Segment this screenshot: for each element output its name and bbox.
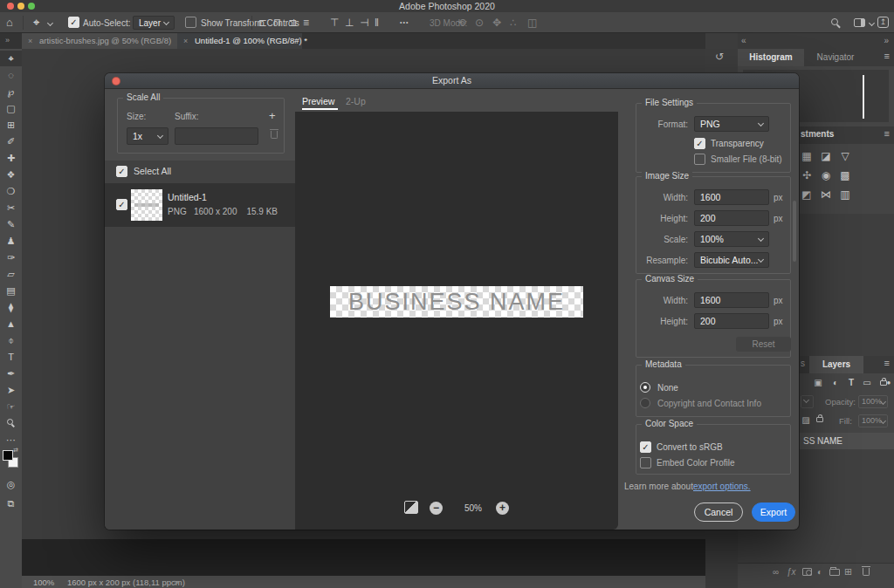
marquee-tool[interactable]: ◌ [0,67,22,83]
type-tool[interactable]: T [0,349,22,365]
lock-all-icon[interactable] [816,417,823,422]
file-item-checkbox[interactable]: ✓ [116,199,127,210]
zoom-in-button[interactable]: + [496,502,509,515]
filter-pixel-layers-icon[interactable]: ▣ [811,376,825,390]
frame-tool[interactable]: ❍ [0,183,22,199]
image-width-input[interactable] [694,189,769,205]
edit-toolbar-button[interactable]: ⋯ [0,432,22,448]
distribute-v-icon[interactable]: ‖ [375,17,379,28]
swap-colors-icon[interactable]: ⇄ [13,447,18,454]
search-icon[interactable] [831,18,838,25]
fill-value-dropdown[interactable]: 100% [858,414,888,427]
align-center-h-icon[interactable]: ⊓ [273,17,281,28]
tab-2-up[interactable]: 2-Up [346,96,366,106]
transparency-checkbox[interactable]: ✓ [694,138,705,149]
panel-menu-icon[interactable]: ≡ [884,358,890,368]
lasso-tool[interactable]: ℘ [0,84,22,99]
format-dropdown[interactable]: PNG [694,116,769,132]
align-left-icon[interactable]: ⊏ [258,17,267,28]
toolbar-collapse-icon[interactable]: » [5,36,10,44]
move-tool-icon[interactable]: ⌖ [33,17,39,28]
align-middle-icon[interactable]: ⊥ [345,17,354,28]
share-icon[interactable]: ↥ [877,17,889,28]
metadata-none-radio[interactable] [640,382,650,393]
filter-shape-layers-icon[interactable]: ▭ [860,376,874,390]
close-tab-icon[interactable]: × [183,33,188,49]
gradient-tool[interactable]: ▤ [0,283,22,298]
auto-select-checkbox[interactable]: ✓ [68,17,79,28]
sharpen-tool[interactable]: ▲ [0,316,22,332]
path-selection-tool[interactable]: ➤ [0,382,22,398]
blend-mode-dropdown-partial[interactable] [801,395,814,408]
blur-tool[interactable]: ⧫ [0,299,22,315]
foreground-color-swatch[interactable] [3,450,13,461]
resample-dropdown[interactable]: Bicubic Auto... [694,252,769,268]
export-options-link[interactable]: export options. [693,482,751,491]
adjustment-gradient-map-icon[interactable]: ◩ [800,188,814,202]
chevron-down-icon[interactable] [869,20,875,26]
adjustment-channel-mixer-icon[interactable]: ▩ [838,168,852,182]
quick-mask-button[interactable]: ◎ [0,476,22,492]
screen-mode-button[interactable]: ⧉ [0,496,22,511]
new-group-icon[interactable] [829,569,840,576]
adjustment-vibrance-icon[interactable]: ✣ [800,168,814,182]
adjustment-levels-icon[interactable]: ▦ [800,149,814,163]
doc-tab-untitled-1[interactable]: × Untitled-1 @ 100% (RGB/8#) * [177,33,302,49]
scissors-tool[interactable]: ✂ [0,200,22,215]
embed-profile-checkbox[interactable] [640,457,651,468]
adjustment-selective-color-icon[interactable]: ⋈ [819,188,833,202]
close-tab-icon[interactable]: × [28,33,32,49]
crop-tool[interactable]: ⊞ [0,117,22,133]
tab-channels-partial[interactable]: s [801,359,805,368]
export-button[interactable]: Export [752,503,795,522]
adjustment-posterize-icon[interactable]: ▥ [838,188,852,202]
dodge-tool[interactable]: ⌽ [0,332,22,348]
image-height-input[interactable] [694,210,769,226]
smaller-file-checkbox[interactable] [694,154,705,165]
brush-tool[interactable]: ✎ [0,216,22,232]
more-options-icon[interactable]: ••• [400,19,409,25]
collapse-panels-icon[interactable]: « [741,36,746,45]
reset-button[interactable]: Reset [736,337,791,352]
canvas-width-input[interactable] [694,292,769,308]
patch-tool[interactable]: ❖ [0,167,22,182]
dialog-scrollbar[interactable] [793,201,796,262]
link-layers-icon[interactable]: ∞ [773,568,779,577]
tab-adjustments-partial[interactable]: stments [801,129,834,139]
zoom-tool[interactable] [0,415,22,431]
new-adjustment-layer-icon[interactable]: ◐ [817,568,822,577]
eyedropper-tool[interactable]: ✐ [0,133,22,149]
pen-tool[interactable]: ✒ [0,366,22,381]
filter-pin-icon[interactable]: ● [884,376,893,390]
lock-transparent-pixels-icon[interactable]: ▨ [799,414,813,427]
auto-select-target-dropdown[interactable]: Layer [133,16,175,30]
align-top-icon[interactable]: ⊤ [330,17,339,28]
panel-menu-icon[interactable]: ≡ [884,51,890,61]
object-selection-tool[interactable]: ▢ [0,100,22,116]
home-icon[interactable]: ⌂ [6,17,13,28]
scale-dropdown[interactable]: 100% [694,231,769,247]
scale-size-dropdown[interactable]: 1x [127,127,168,145]
opacity-value-dropdown[interactable]: 100% [858,395,888,408]
select-all-checkbox[interactable]: ✓ [116,166,127,177]
spot-healing-tool[interactable]: ✚ [0,150,22,166]
adjustment-curves-icon[interactable]: ◪ [819,149,833,163]
move-tool[interactable]: ⌖ [0,51,22,66]
status-zoom-level[interactable]: 100% [33,578,54,587]
status-chevron-icon[interactable]: > [174,578,179,587]
align-bottom-icon[interactable]: ⊣ [360,17,368,28]
clone-stamp-tool[interactable]: ♟ [0,233,22,249]
add-scale-icon[interactable]: + [269,109,276,122]
workspace-switcher-icon[interactable] [854,18,865,27]
tab-navigator[interactable]: Navigator [804,49,867,66]
eraser-tool[interactable]: ▱ [0,266,22,282]
tab-histogram[interactable]: Histogram [738,49,804,66]
distribute-icon[interactable]: ≡ [303,17,309,28]
tab-layers[interactable]: Layers [809,356,863,373]
suffix-input[interactable] [175,127,258,145]
fit-to-view-icon[interactable] [404,501,418,514]
expand-panels-icon[interactable]: » [884,36,889,45]
delete-layer-icon[interactable] [863,568,870,578]
adjustment-exposure-icon[interactable]: ▽ [838,149,852,163]
metadata-copyright-radio[interactable] [640,398,650,408]
